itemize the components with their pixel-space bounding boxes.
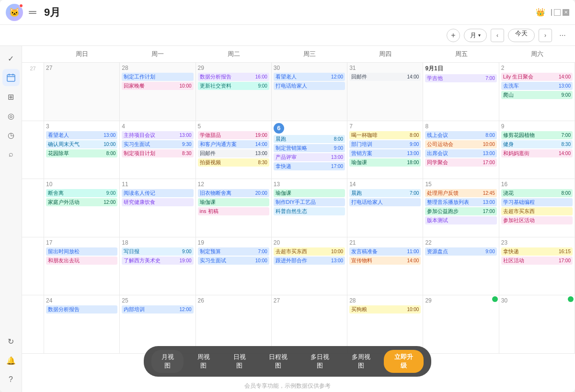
cal-cell-3-0[interactable]: 17留出时间放松和朋友出去玩 <box>44 237 120 296</box>
event-1-1-2[interactable]: 制定项目计划8:30 <box>122 149 193 157</box>
event-1-6-2[interactable]: 和妈妈逛街14:00 <box>501 149 573 157</box>
win-min-icon[interactable] <box>551 9 552 16</box>
cal-cell-3-2[interactable]: 19制定预算7:00实习生面试10:00 <box>196 237 272 296</box>
event-2-2-2[interactable]: ins 初稿 <box>198 207 269 215</box>
event-0-4-0[interactable]: 回邮件14:00 <box>349 73 421 81</box>
event-1-1-1[interactable]: 实习生面试9:30 <box>122 140 193 148</box>
event-3-5-0[interactable]: 资源盘点9:00 <box>425 247 496 256</box>
sidebar-item-search[interactable]: ⌕ <box>2 146 20 163</box>
event-3-0-0[interactable]: 留出时间放松 <box>46 247 117 256</box>
event-2-6-3[interactable]: 参加社区活动 <box>501 216 573 224</box>
event-1-1-0[interactable]: 主持项目会议13:00 <box>122 131 193 139</box>
event-1-5-0[interactable]: 线上会议8:00 <box>425 131 496 139</box>
cal-cell-0-0[interactable]: 27 <box>44 63 120 121</box>
sidebar-item-refresh[interactable]: ↻ <box>2 333 20 350</box>
event-1-3-0[interactable]: 晨跑8:00 <box>274 135 345 143</box>
cal-cell-4-1[interactable]: 25内部培训12:00 <box>120 295 196 354</box>
cal-cell-2-2[interactable]: 12旧衣物断舍离20:00瑜伽课ins 初稿 <box>196 179 272 237</box>
event-2-6-0[interactable]: 浇花8:00 <box>501 189 573 197</box>
cal-cell-3-5[interactable]: 22资源盘点9:00 <box>423 237 499 296</box>
event-2-5-2[interactable]: 参加公益跑步17:00 <box>425 207 496 215</box>
event-2-3-1[interactable]: 制作DIY手工艺品 <box>274 198 345 206</box>
cal-cell-4-0[interactable]: 24数据分析报告 <box>44 295 120 354</box>
view-btn-day[interactable]: 日视图 <box>223 350 255 373</box>
view-btn-multiday[interactable]: 多日视图 <box>301 350 339 373</box>
event-0-1-1[interactable]: 回家晚餐10:00 <box>122 82 193 90</box>
event-0-1-0[interactable]: 制定工作计划 <box>122 73 193 81</box>
cal-cell-1-3[interactable]: 6晨跑8:00制定营销策略9:00产品评审13:00拿快递17:00 <box>272 121 347 179</box>
cal-cell-1-1[interactable]: 4主持项目会议13:00实习生面试9:30制定项目计划8:30 <box>120 121 196 179</box>
event-2-4-0[interactable]: 晨跑7:00 <box>349 189 421 197</box>
event-3-2-1[interactable]: 实习生面试10:00 <box>198 257 269 265</box>
prev-button[interactable]: ‹ <box>491 29 504 42</box>
event-1-6-0[interactable]: 修剪花园植物7:00 <box>501 131 573 139</box>
event-3-6-1[interactable]: 社区活动17:00 <box>501 257 573 265</box>
win-close-icon[interactable]: ✕ <box>563 9 569 16</box>
event-1-6-1[interactable]: 健身8:30 <box>501 140 573 148</box>
win-max-icon[interactable] <box>554 9 561 16</box>
event-1-3-3[interactable]: 拿快递17:00 <box>274 162 345 170</box>
event-2-0-0[interactable]: 断舍离9:00 <box>46 189 117 197</box>
sidebar-item-bell[interactable]: 🔔 <box>2 352 20 369</box>
cal-cell-0-6[interactable]: 2Lily 生日聚会14:00去洗车13:00爬山9:00 <box>499 63 575 121</box>
cal-cell-1-2[interactable]: 5学做甜品19:00和客户沟通方案14:00回邮件13:00拍摄视频8:30 <box>196 121 272 179</box>
event-1-0-0[interactable]: 看望老人13:00 <box>46 131 117 139</box>
event-2-3-0[interactable]: 瑜伽课 <box>274 189 345 197</box>
cal-cell-0-2[interactable]: 29数据分析报告16:00更新社交资料9:00 <box>196 63 272 121</box>
view-btn-multiweek[interactable]: 多周视图 <box>343 350 380 373</box>
event-2-3-2[interactable]: 科普自然生态 <box>274 207 345 215</box>
sidebar-item-apps[interactable]: ⊞ <box>2 88 20 105</box>
cal-cell-2-0[interactable]: 10断舍离9:00家庭户外活动12:00 <box>44 179 120 237</box>
more-button[interactable]: ··· <box>556 29 569 42</box>
event-1-2-3[interactable]: 拍摄视频8:30 <box>198 158 269 167</box>
event-1-2-0[interactable]: 学做甜品19:00 <box>198 131 269 139</box>
event-0-6-2[interactable]: 爬山9:00 <box>501 91 573 99</box>
event-1-4-1[interactable]: 部门培训9:00 <box>349 140 421 148</box>
cal-cell-1-0[interactable]: 3看望老人13:00确认周末天气10:00花园除草8:00 <box>44 121 120 179</box>
cal-cell-4-4[interactable]: 28买狗粮10:00 <box>347 295 423 354</box>
event-1-0-2[interactable]: 花园除草8:00 <box>46 149 117 157</box>
event-2-4-1[interactable]: 打电话给家人 <box>349 198 421 206</box>
event-2-6-2[interactable]: 去超市买东西 <box>501 207 573 215</box>
event-3-1-1[interactable]: 了解西方美术史19:00 <box>122 257 193 265</box>
event-0-3-0[interactable]: 看望老人12:00 <box>274 73 345 81</box>
event-1-4-0[interactable]: 喝一杯咖啡8:00 <box>349 131 421 139</box>
cal-cell-3-4[interactable]: 21发言稿准备11:00宣传物料14:00 <box>347 237 423 296</box>
event-2-5-3[interactable]: 版本测试 <box>425 216 496 224</box>
cal-cell-2-5[interactable]: 15处理用户反馈12:45整理音乐播放列表13:00参加公益跑步17:00版本测… <box>423 179 499 237</box>
cal-cell-2-4[interactable]: 14晨跑7:00打电话给家人 <box>347 179 423 237</box>
view-btn-month[interactable]: 月视图 <box>151 350 184 373</box>
cal-cell-0-5[interactable]: 9月1日学吉他7:00 <box>423 63 499 121</box>
event-1-5-3[interactable]: 同学聚会17:00 <box>425 158 496 167</box>
event-2-5-0[interactable]: 处理用户反馈12:45 <box>425 189 496 197</box>
event-1-5-1[interactable]: 公司运动会10:00 <box>425 140 496 148</box>
event-0-5-0[interactable]: 学吉他7:00 <box>425 74 496 82</box>
event-0-6-0[interactable]: Lily 生日聚会14:00 <box>501 73 573 81</box>
event-2-1-0[interactable]: 阅读名人传记 <box>122 189 193 197</box>
event-3-2-0[interactable]: 制定预算7:00 <box>198 247 269 256</box>
event-3-4-0[interactable]: 发言稿准备11:00 <box>349 247 421 256</box>
event-3-1-0[interactable]: 写日报9:00 <box>122 247 193 256</box>
event-1-2-2[interactable]: 回邮件13:00 <box>198 149 269 157</box>
add-button[interactable]: + <box>447 29 460 42</box>
cal-cell-4-5[interactable]: 29 <box>423 295 499 354</box>
event-4-1-0[interactable]: 内部培训12:00 <box>122 305 193 314</box>
cal-cell-1-6[interactable]: 9修剪花园植物7:00健身8:30和妈妈逛街14:00 <box>499 121 575 179</box>
cal-cell-0-4[interactable]: 31回邮件14:00 <box>347 63 423 121</box>
event-2-2-1[interactable]: 瑜伽课 <box>198 198 269 206</box>
event-3-3-0[interactable]: 去超市买东西10:00 <box>274 247 345 256</box>
event-0-2-1[interactable]: 更新社交资料9:00 <box>198 82 269 90</box>
cal-cell-3-1[interactable]: 18写日报9:00了解西方美术史19:00 <box>120 237 196 296</box>
cal-cell-0-1[interactable]: 28制定工作计划回家晚餐10:00 <box>120 63 196 121</box>
event-3-0-1[interactable]: 和朋友出去玩 <box>46 257 117 265</box>
event-0-3-1[interactable]: 打电话给家人 <box>274 82 345 90</box>
cal-cell-1-4[interactable]: 7喝一杯咖啡8:00部门培训9:00营销方案13:00瑜伽课18:00 <box>347 121 423 179</box>
event-0-6-1[interactable]: 去洗车13:00 <box>501 82 573 90</box>
event-1-4-3[interactable]: 瑜伽课18:00 <box>349 158 421 167</box>
event-2-0-1[interactable]: 家庭户外活动12:00 <box>46 198 117 206</box>
sidebar-item-circle[interactable]: ◎ <box>2 107 20 124</box>
event-4-4-0[interactable]: 买狗粮10:00 <box>349 305 421 314</box>
next-button[interactable]: › <box>539 29 552 42</box>
event-3-3-1[interactable]: 跟进外部合作13:00 <box>274 257 345 265</box>
event-2-1-1[interactable]: 研究健康饮食 <box>122 198 193 206</box>
